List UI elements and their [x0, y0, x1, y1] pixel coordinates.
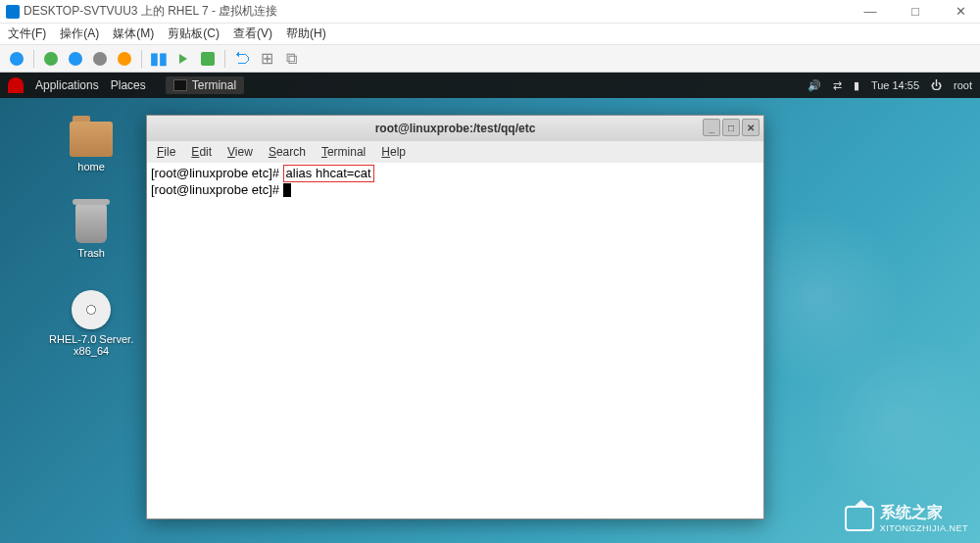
- menu-clipboard[interactable]: 剪贴板(C): [168, 25, 220, 42]
- revert-button[interactable]: ⮌: [231, 48, 253, 70]
- share-button[interactable]: ⧉: [280, 48, 302, 70]
- pause-button[interactable]: ▮▮: [148, 48, 170, 70]
- checkpoint-button[interactable]: [197, 48, 219, 70]
- maximize-button[interactable]: □: [902, 4, 929, 19]
- trash-label: Trash: [77, 247, 105, 259]
- term-menu-view[interactable]: View: [227, 145, 253, 159]
- term-menu-help[interactable]: Help: [381, 145, 406, 159]
- watermark-text-cn: 系统之家: [880, 504, 943, 520]
- power-icon[interactable]: ⏻: [931, 79, 942, 91]
- menu-media[interactable]: 媒体(M): [113, 25, 154, 42]
- vm-titlebar: DESKTOP-SVTVUU3 上的 RHEL 7 - 虚拟机连接 — □ ✕: [0, 0, 980, 24]
- ctrl-alt-del-button[interactable]: [6, 48, 27, 70]
- menu-help[interactable]: 帮助(H): [286, 25, 326, 42]
- term-menu-terminal[interactable]: Terminal: [321, 145, 366, 159]
- enhanced-button[interactable]: ⊞: [256, 48, 277, 70]
- save-button[interactable]: [114, 48, 135, 70]
- term-menu-edit[interactable]: Edit: [191, 145, 212, 159]
- terminal-body[interactable]: [root@linuxprobe etc]# alias hhcat=cat […: [147, 163, 763, 518]
- volume-icon[interactable]: 🔊: [808, 79, 821, 92]
- desktop-disc[interactable]: RHEL-7.0 Server. x86_64: [49, 290, 133, 357]
- reset-button[interactable]: [172, 48, 194, 70]
- highlighted-command: alias hhcat=cat: [283, 165, 374, 182]
- vm-icon: [6, 5, 20, 19]
- places-menu[interactable]: Places: [111, 78, 146, 92]
- terminal-window: root@linuxprobe:/test/qq/etc _ □ ✕ File …: [146, 115, 764, 519]
- disc-label: RHEL-7.0 Server. x86_64: [49, 333, 133, 357]
- term-minimize-button[interactable]: _: [703, 119, 720, 136]
- home-label: home: [77, 161, 105, 173]
- menu-view[interactable]: 查看(V): [233, 25, 272, 42]
- task-label: Terminal: [192, 78, 236, 92]
- redhat-icon: [8, 77, 24, 93]
- term-maximize-button[interactable]: □: [722, 119, 740, 136]
- desktop-home[interactable]: home: [70, 122, 113, 173]
- vm-title: DESKTOP-SVTVUU3 上的 RHEL 7 - 虚拟机连接: [24, 3, 277, 20]
- desktop-trash[interactable]: Trash: [75, 204, 107, 259]
- terminal-line-1: [root@linuxprobe etc]# alias hhcat=cat: [151, 165, 760, 182]
- term-menu-search[interactable]: Search: [269, 145, 306, 159]
- term-close-button[interactable]: ✕: [742, 119, 760, 136]
- vm-toolbar: ▮▮ ⮌ ⊞ ⧉: [0, 45, 980, 73]
- applications-menu[interactable]: Applications: [35, 78, 99, 92]
- shutdown-button[interactable]: [89, 48, 111, 70]
- terminal-title: root@linuxprobe:/test/qq/etc: [375, 122, 536, 135]
- turnoff-button[interactable]: [65, 48, 86, 70]
- battery-icon[interactable]: ▮: [854, 79, 859, 92]
- cursor: [283, 183, 291, 197]
- watermark: 系统之家 XITONGZHIJIA.NET: [845, 503, 968, 533]
- term-menu-file[interactable]: File: [157, 145, 175, 159]
- menu-action[interactable]: 操作(A): [60, 25, 99, 42]
- menu-file[interactable]: 文件(F): [8, 25, 46, 42]
- user-label[interactable]: root: [954, 79, 972, 91]
- guest-desktop: Applications Places Terminal 🔊 ⇄ ▮ Tue 1…: [0, 73, 980, 543]
- close-button[interactable]: ✕: [947, 4, 974, 19]
- gnome-topbar: Applications Places Terminal 🔊 ⇄ ▮ Tue 1…: [0, 73, 980, 98]
- trash-icon: [75, 204, 107, 243]
- terminal-icon: [173, 79, 187, 91]
- start-button[interactable]: [40, 48, 62, 70]
- minimize-button[interactable]: —: [857, 4, 884, 19]
- watermark-text-en: XITONGZHIJIA.NET: [880, 523, 968, 533]
- terminal-menubar: File Edit View Search Terminal Help: [147, 141, 763, 163]
- folder-icon: [70, 122, 113, 157]
- terminal-line-2: [root@linuxprobe etc]#: [151, 182, 760, 198]
- watermark-logo-icon: [845, 506, 874, 531]
- network-icon[interactable]: ⇄: [833, 79, 842, 92]
- disc-icon: [72, 290, 111, 329]
- taskbar-terminal[interactable]: Terminal: [166, 76, 244, 94]
- vm-menubar: 文件(F) 操作(A) 媒体(M) 剪贴板(C) 查看(V) 帮助(H): [0, 24, 980, 45]
- terminal-titlebar[interactable]: root@linuxprobe:/test/qq/etc _ □ ✕: [147, 116, 763, 141]
- clock[interactable]: Tue 14:55: [871, 79, 919, 91]
